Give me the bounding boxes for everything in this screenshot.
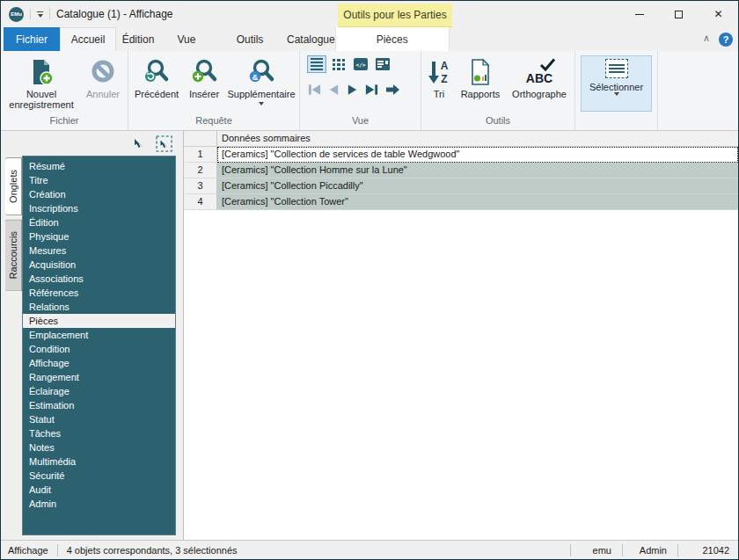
ribbon-tab[interactable]: Accueil — [60, 27, 116, 51]
collapse-ribbon-icon[interactable]: ∧ — [703, 33, 710, 44]
sidebar-item[interactable]: Éclairage — [23, 384, 175, 398]
close-button[interactable]: ✕ — [699, 1, 738, 27]
sidebar-item[interactable]: Édition — [23, 215, 175, 229]
row-summary[interactable]: [Ceramics] "Collection Piccadilly" — [217, 178, 738, 194]
list-view-button[interactable] — [307, 55, 326, 73]
first-record-icon[interactable] — [307, 83, 322, 97]
sidebar-item[interactable]: Statut — [23, 412, 175, 426]
additional-query-button[interactable]: & Supplémentaire — [225, 54, 297, 113]
sidebar-item[interactable]: Résumé — [23, 159, 175, 173]
row-number[interactable]: 2 — [184, 163, 217, 178]
insert-label: Insérer — [189, 89, 219, 99]
table-row[interactable]: 3 [Ceramics] "Collection Piccadilly" — [184, 178, 738, 194]
reports-label: Rapports — [461, 89, 501, 99]
new-record-button[interactable]: Nouvel enregistrement — [3, 54, 80, 113]
sidebar-item[interactable]: Références — [23, 286, 175, 300]
status-summary: 4 objets correspondants, 3 sélectionnés — [58, 545, 570, 556]
sidebar-item[interactable]: Audit — [23, 483, 175, 497]
app-logo-icon[interactable]: EMu — [9, 7, 24, 22]
maximize-button[interactable] — [659, 1, 699, 27]
previous-record-icon[interactable] — [327, 83, 340, 97]
select-label: Sélectionner — [589, 82, 643, 92]
goto-record-icon[interactable] — [384, 83, 400, 97]
help-button[interactable]: ? — [719, 33, 733, 47]
sidebar-item[interactable]: Emplacement — [23, 328, 175, 342]
sidebar-item[interactable]: Rangement — [23, 370, 175, 384]
main-area: OngletsRaccourcis RésuméTitreCréationIns… — [1, 131, 738, 540]
previous-query-button[interactable]: Précédent — [130, 54, 183, 113]
gutter-header — [184, 131, 217, 146]
status-database: emu — [571, 545, 622, 556]
insert-button[interactable]: Insérer — [183, 54, 225, 113]
ribbon-tab[interactable]: Fichier — [4, 27, 60, 51]
svg-text:ABC: ABC — [526, 71, 552, 85]
sidebar-toolbar — [1, 131, 181, 156]
insert-icon — [190, 55, 218, 89]
previous-query-icon — [143, 55, 171, 89]
ribbon: Nouvel enregistrement Annuler Fichier — [1, 51, 738, 131]
ribbon-tab[interactable]: Outils — [213, 27, 287, 51]
sidebar-item[interactable]: Sécurité — [23, 469, 175, 483]
sidebar-item[interactable]: Affichage — [23, 356, 175, 370]
sidebar-item[interactable]: Multimédia — [23, 455, 175, 469]
group-label-vue: Vue — [302, 115, 419, 130]
sidebar-item[interactable]: Inscriptions — [23, 201, 175, 215]
ribbon-tabs-row: FichierAccueilÉditionVueOutilsCatalogueP… — [1, 27, 738, 51]
titlebar-separator — [49, 8, 50, 20]
row-number[interactable]: 1 — [184, 147, 217, 163]
sidebar-item[interactable]: Titre — [23, 173, 175, 187]
minimize-icon — [635, 14, 644, 15]
sidebar-item[interactable]: Tâches — [23, 426, 175, 440]
row-number[interactable]: 3 — [184, 178, 217, 194]
sidebar-tab[interactable]: Onglets — [5, 157, 22, 215]
ribbon-tab[interactable]: Pièces — [335, 27, 450, 51]
undo-button[interactable]: Annuler — [80, 54, 126, 113]
ribbon-tab[interactable]: Édition — [116, 27, 160, 51]
titlebar: EMu Catalogue (1) - Affichage Outils pou… — [1, 1, 738, 27]
table-row[interactable]: 2 [Ceramics] "Collection Homme sur la Lu… — [184, 163, 738, 178]
sidebar-item[interactable]: Mesures — [23, 244, 175, 258]
sidebar-item[interactable]: Estimation — [23, 398, 175, 412]
sidebar-item[interactable]: Admin — [23, 497, 175, 511]
sidebar-item[interactable]: Notes — [23, 440, 175, 455]
sidebar-item[interactable]: Relations — [23, 300, 175, 314]
pointer-button[interactable] — [130, 135, 148, 152]
svg-text:Z: Z — [441, 73, 447, 85]
reports-button[interactable]: Rapports — [455, 54, 506, 113]
sort-button[interactable]: A Z Tri — [423, 54, 455, 113]
svg-text:&: & — [252, 72, 259, 82]
row-summary[interactable]: [Ceramics] "Collection Tower" — [217, 194, 738, 210]
ribbon-tab[interactable]: Vue — [160, 27, 213, 51]
next-record-icon[interactable] — [346, 83, 359, 97]
row-summary[interactable]: [Ceramics] "Collection Homme sur la Lune… — [217, 163, 738, 178]
sidebar-item[interactable]: Acquisition — [23, 258, 175, 272]
new-record-label: Nouvel enregistrement — [3, 89, 80, 110]
minimize-button[interactable] — [619, 1, 659, 27]
code-view-button[interactable]: </> — [351, 55, 370, 73]
grid-view-button[interactable] — [329, 55, 348, 73]
ribbon-tab[interactable]: Catalogue — [287, 27, 335, 51]
sidebar-tab-list: RésuméTitreCréationInscriptionsÉditionPh… — [22, 156, 176, 535]
app-window: EMu Catalogue (1) - Affichage Outils pou… — [0, 0, 739, 560]
column-header[interactable]: Données sommaires — [217, 131, 738, 146]
row-summary[interactable]: [Ceramics] "Collection de services de ta… — [217, 147, 738, 163]
table-row[interactable]: 1 [Ceramics] "Collection de services de … — [184, 147, 738, 163]
group-label-outils: Outils — [423, 115, 573, 130]
table-row[interactable]: 4 [Ceramics] "Collection Tower" — [184, 194, 738, 210]
sidebar-item[interactable]: Création — [23, 187, 175, 201]
sidebar-item[interactable]: Associations — [23, 272, 175, 286]
spelling-button[interactable]: ABC Orthographe — [506, 54, 573, 113]
sidebar-item[interactable]: Pièces — [23, 314, 175, 328]
details-view-button[interactable] — [373, 55, 392, 73]
select-mode-icon — [156, 135, 172, 152]
status-user: Admin — [623, 545, 677, 556]
quick-access-dropdown-icon[interactable] — [37, 11, 43, 18]
sidebar-item[interactable]: Physique — [23, 229, 175, 244]
select-mode-button[interactable] — [155, 135, 172, 152]
last-record-icon[interactable] — [364, 83, 379, 97]
additional-query-icon: & — [247, 55, 275, 89]
select-button[interactable]: Sélectionner — [581, 55, 652, 112]
sidebar-item[interactable]: Condition — [23, 342, 175, 356]
sidebar-tab[interactable]: Raccourcis — [5, 219, 22, 291]
row-number[interactable]: 4 — [184, 194, 217, 210]
